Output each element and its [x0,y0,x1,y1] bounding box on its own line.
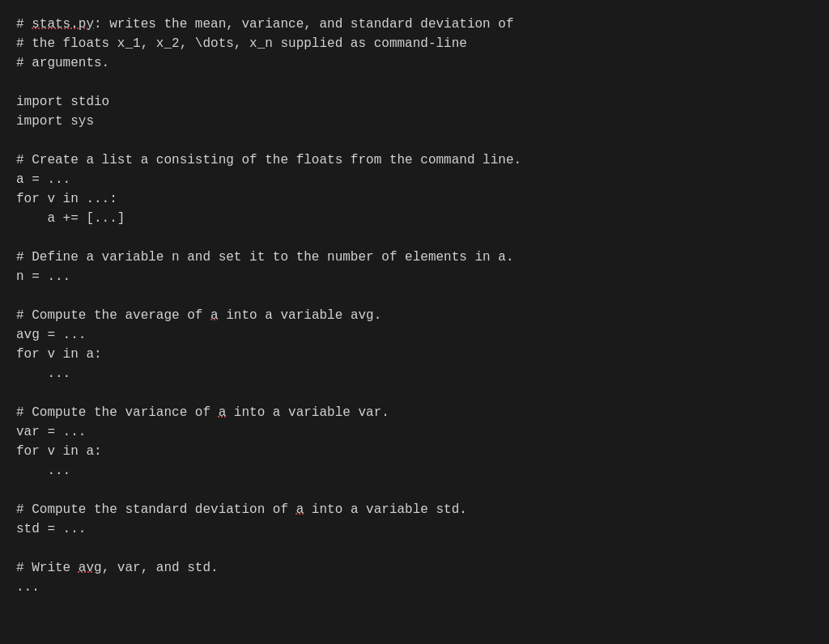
code-line-10: for v in ...: [16,189,813,209]
code-line-27: std = ... [16,519,813,539]
blank-line-5 [16,383,813,403]
code-line-19: ... [16,364,813,383]
code-line-1: # stats.py: writes the mean, variance, a… [16,15,813,34]
code-line-18: for v in a: [16,345,813,364]
blank-line-1 [16,73,813,92]
code-line-8: # Create a list a consisting of the floa… [16,150,813,170]
code-line-21: # Compute the variance of a into a varia… [16,403,813,422]
code-line-29: # Write avg, var, and std. [16,558,813,578]
code-line-30: ... [16,578,813,597]
code-line-24: ... [16,461,813,481]
code-line-2: # the floats x_1, x_2, \dots, x_n suppli… [16,34,813,53]
code-line-26: # Compute the standard deviation of a in… [16,500,813,519]
code-line-11: a += [...] [16,209,813,228]
code-line-22: var = ... [16,422,813,442]
code-line-14: n = ... [16,267,813,286]
code-editor: # stats.py: writes the mean, variance, a… [0,0,829,644]
stats-py-underline: stats.py [32,17,94,32]
code-line-3: # arguments. [16,53,813,73]
code-line-16: # Compute the average of a into a variab… [16,306,813,325]
a-underline-3: a [296,502,304,517]
code-line-17: avg = ... [16,325,813,345]
a-underline-2: a [219,405,227,420]
a-underline-1: a [210,308,219,323]
blank-line-3 [16,228,813,248]
code-line-6: import sys [16,112,813,131]
blank-line-2 [16,131,813,150]
code-line-5: import stdio [16,92,813,112]
avg-underline: avg [79,561,102,575]
code-line-23: for v in a: [16,442,813,461]
blank-line-7 [16,539,813,558]
code-line-9: a = ... [16,170,813,189]
code-line-13: # Define a variable n and set it to the … [16,248,813,267]
blank-line-6 [16,481,813,500]
blank-line-4 [16,286,813,306]
